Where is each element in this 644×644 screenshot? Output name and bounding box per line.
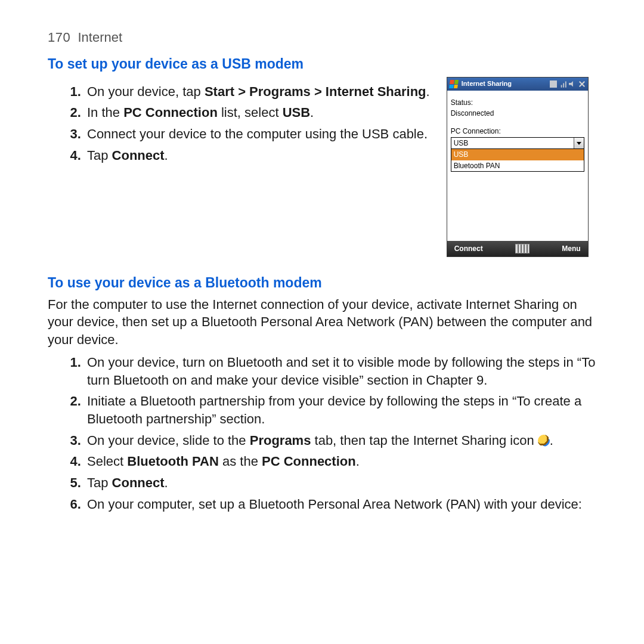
bt-step-5: Tap Connect. [85, 474, 596, 492]
usb-modem-heading: To set up your device as a USB modem [48, 55, 596, 73]
bt-step-6: On your computer, set up a Bluetooth Per… [85, 496, 596, 513]
bluetooth-modem-heading: To use your device as a Bluetooth modem [48, 274, 596, 292]
pc-connection-options: USB Bluetooth PAN [451, 149, 584, 171]
internet-sharing-icon [538, 435, 550, 447]
usb-steps-list: On your device, tap Start > Programs > I… [48, 79, 430, 168]
page-number: 170 [48, 30, 70, 45]
signal-icon [559, 80, 566, 88]
phone-status-icons [550, 80, 586, 88]
section-name: Internet [78, 30, 122, 45]
speaker-icon [569, 80, 576, 88]
option-bluetooth-pan[interactable]: Bluetooth PAN [451, 160, 584, 171]
chevron-down-icon [577, 142, 581, 145]
phone-softkey-bar: Connect Menu [447, 241, 588, 256]
pc-connection-combo[interactable]: USB [451, 137, 584, 149]
bt-step-3: On your device, slide to the Programs ta… [85, 432, 596, 450]
softkey-connect[interactable]: Connect [454, 244, 483, 253]
pc-connection-label: PC Connection: [451, 126, 584, 136]
usb-step-4: Tap Connect. [85, 147, 430, 165]
bluetooth-intro: For the computer to use the Internet con… [48, 296, 596, 349]
bluetooth-steps-list: On your device, turn on Bluetooth and se… [48, 354, 596, 513]
softkey-keyboard-icon[interactable] [515, 244, 530, 253]
softkey-menu[interactable]: Menu [562, 244, 580, 253]
phone-body: Status: Disconnected PC Connection: USB … [447, 91, 588, 241]
usb-step-2: In the PC Connection list, select USB. [85, 104, 430, 122]
windows-flag-icon [449, 80, 459, 88]
status-value: Disconnected [451, 109, 584, 118]
bt-step-4: Select Bluetooth PAN as the PC Connectio… [85, 453, 596, 470]
phone-titlebar: Internet Sharing [447, 78, 588, 91]
running-header: 170 Internet [48, 29, 596, 47]
phone-screenshot: Internet Sharing Status: Disconnected PC… [447, 77, 589, 257]
status-label: Status: [451, 98, 584, 107]
pc-connection-selected: USB [451, 138, 574, 148]
phone-window-title: Internet Sharing [462, 79, 546, 88]
combo-dropdown-button[interactable] [574, 138, 584, 148]
option-usb[interactable]: USB [451, 149, 584, 160]
network-3g-icon [550, 80, 557, 88]
bt-step-1: On your device, turn on Bluetooth and se… [85, 354, 596, 389]
close-icon[interactable] [578, 80, 586, 88]
usb-step-1: On your device, tap Start > Programs > I… [85, 83, 430, 101]
bt-step-2: Initiate a Bluetooth partnership from yo… [85, 392, 596, 428]
usb-step-3: Connect your device to the computer usin… [85, 125, 430, 143]
